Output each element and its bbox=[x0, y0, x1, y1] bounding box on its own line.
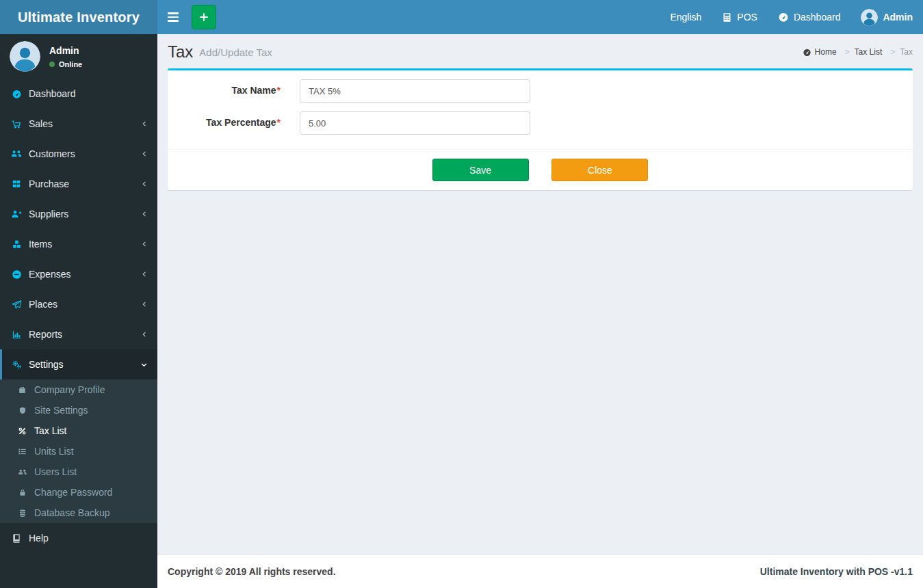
submenu-item-tax-list[interactable]: Tax List bbox=[0, 420, 157, 441]
sidebar-toggle-button[interactable] bbox=[157, 0, 189, 34]
sidebar-item-items[interactable]: Items bbox=[0, 229, 157, 259]
cubes-icon bbox=[10, 239, 23, 250]
sidebar-item-purchase[interactable]: Purchase bbox=[0, 169, 157, 199]
brand-logo[interactable]: Ultimate Inventory bbox=[0, 0, 157, 34]
user-status: Online bbox=[49, 60, 82, 68]
main-header: Ultimate Inventory English bbox=[0, 0, 923, 34]
app-window: Ultimate Inventory English bbox=[0, 0, 923, 588]
sidebar: Admin Online Dashboard Sales bbox=[0, 34, 157, 588]
list-icon bbox=[16, 447, 28, 456]
sidebar-menu: Dashboard Sales Customers Purchase bbox=[0, 79, 157, 379]
language-menu[interactable]: English bbox=[660, 0, 712, 34]
percent-icon bbox=[16, 427, 28, 436]
version-text: Ultimate Inventory with POS -v1.1 bbox=[760, 566, 913, 577]
breadcrumb-current: Tax bbox=[900, 47, 913, 57]
quick-add-button[interactable] bbox=[192, 5, 216, 29]
sidebar-user-name: Admin bbox=[49, 45, 82, 56]
cart-icon bbox=[10, 119, 23, 129]
save-button[interactable]: Save bbox=[432, 159, 529, 181]
pos-label: POS bbox=[737, 12, 757, 23]
grid-icon bbox=[10, 179, 23, 189]
sidebar-item-suppliers[interactable]: Suppliers bbox=[0, 199, 157, 229]
form-row-tax-percentage: Tax Percentage* bbox=[178, 111, 902, 135]
database-icon bbox=[16, 509, 28, 518]
sidebar-item-places[interactable]: Places bbox=[0, 289, 157, 319]
chevron-down-icon bbox=[140, 361, 148, 369]
required-asterisk: * bbox=[277, 85, 281, 96]
chevron-left-icon bbox=[141, 211, 148, 217]
page-footer: Copyright © 2019 All rights reserved. Ul… bbox=[157, 554, 923, 588]
chevron-left-icon bbox=[141, 181, 148, 187]
user-avatar bbox=[10, 41, 40, 72]
submenu-item-site-settings[interactable]: Site Settings bbox=[0, 400, 157, 420]
tax-percentage-input[interactable] bbox=[300, 111, 530, 135]
shield-icon bbox=[16, 406, 28, 415]
sidebar-item-settings[interactable]: Settings bbox=[0, 349, 157, 379]
breadcrumb-home[interactable]: Home bbox=[803, 47, 855, 57]
paper-plane-icon bbox=[10, 299, 23, 310]
home-dashboard-icon bbox=[803, 48, 811, 57]
settings-submenu: Company Profile Site Settings Tax List U… bbox=[0, 379, 157, 523]
pos-link[interactable]: POS bbox=[712, 0, 768, 34]
chevron-left-icon bbox=[141, 331, 148, 338]
sidebar-item-expenses[interactable]: Expenses bbox=[0, 259, 157, 289]
gears-icon bbox=[10, 359, 23, 370]
minus-circle-icon bbox=[10, 269, 23, 280]
sidebar-item-customers[interactable]: Customers bbox=[0, 139, 157, 169]
book-icon bbox=[10, 533, 23, 543]
top-nav-right: English POS Dashboard bbox=[660, 0, 923, 34]
chevron-left-icon bbox=[141, 120, 148, 127]
sidebar-item-dashboard[interactable]: Dashboard bbox=[0, 79, 157, 109]
sidebar-item-help[interactable]: Help bbox=[0, 523, 157, 553]
form-actions: Save Close bbox=[168, 149, 913, 190]
submenu-item-units-list[interactable]: Units List bbox=[0, 441, 157, 462]
chevron-left-icon bbox=[141, 271, 148, 278]
tax-form-panel: Tax Name* Tax Percentage* Save bbox=[168, 68, 913, 190]
user-menu[interactable]: Admin bbox=[850, 0, 923, 34]
submenu-item-company-profile[interactable]: Company Profile bbox=[0, 379, 157, 400]
online-status-label: Online bbox=[59, 60, 82, 68]
page-title: Tax bbox=[168, 42, 193, 62]
user-avatar bbox=[861, 9, 878, 26]
chevron-left-icon bbox=[141, 241, 148, 248]
dashboard-label: Dashboard bbox=[794, 12, 841, 23]
briefcase-icon bbox=[16, 386, 28, 395]
tachometer-icon bbox=[10, 89, 23, 99]
submenu-item-users-list[interactable]: Users List bbox=[0, 462, 157, 482]
bar-chart-icon bbox=[10, 330, 23, 340]
tax-percentage-label: Tax Percentage* bbox=[178, 111, 300, 135]
tax-name-label: Tax Name* bbox=[178, 79, 300, 103]
page-subtitle: Add/Update Tax bbox=[199, 46, 272, 58]
dashboard-link[interactable]: Dashboard bbox=[768, 0, 851, 34]
form-row-tax-name: Tax Name* bbox=[178, 79, 902, 103]
copyright-text: Copyright © 2019 All rights reserved. bbox=[168, 566, 336, 577]
breadcrumb: Home Tax List Tax bbox=[803, 47, 913, 57]
tax-form: Tax Name* Tax Percentage* bbox=[168, 70, 913, 149]
lock-icon bbox=[16, 488, 28, 497]
calculator-icon bbox=[722, 12, 732, 23]
sidebar-item-reports[interactable]: Reports bbox=[0, 319, 157, 349]
tachometer-icon bbox=[778, 12, 789, 23]
users-icon bbox=[16, 468, 28, 477]
sidebar-menu-bottom: Help bbox=[0, 523, 157, 553]
submenu-item-change-password[interactable]: Change Password bbox=[0, 482, 157, 503]
content-header: Tax Add/Update Tax Home Tax List Tax bbox=[157, 34, 923, 68]
users-icon bbox=[10, 148, 23, 159]
hamburger-icon bbox=[168, 12, 179, 14]
plus-icon bbox=[198, 12, 209, 23]
online-status-icon bbox=[49, 62, 55, 67]
user-plus-icon bbox=[10, 209, 23, 219]
tax-name-input[interactable] bbox=[300, 79, 530, 103]
user-name-label: Admin bbox=[883, 12, 913, 23]
top-navbar: English POS Dashboard bbox=[157, 0, 923, 34]
close-button[interactable]: Close bbox=[551, 159, 648, 181]
language-label: English bbox=[670, 12, 701, 23]
submenu-item-database-backup[interactable]: Database Backup bbox=[0, 503, 157, 523]
sidebar-user-panel: Admin Online bbox=[0, 34, 157, 79]
sidebar-item-sales[interactable]: Sales bbox=[0, 109, 157, 139]
chevron-left-icon bbox=[141, 150, 148, 157]
chevron-left-icon bbox=[141, 301, 148, 308]
breadcrumb-tax-list[interactable]: Tax List bbox=[855, 47, 900, 57]
content-area: Tax Add/Update Tax Home Tax List Tax bbox=[157, 34, 923, 554]
required-asterisk: * bbox=[277, 117, 281, 128]
